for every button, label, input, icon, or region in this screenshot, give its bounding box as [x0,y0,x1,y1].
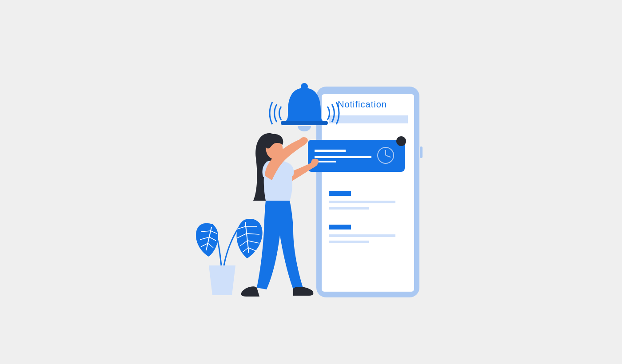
svg-rect-5 [329,225,351,229]
person-illustration [241,133,319,297]
svg-rect-9 [315,150,346,152]
svg-rect-3 [329,201,395,203]
header-bar [329,115,408,123]
screen-title: Notification [338,99,387,109]
svg-rect-4 [329,207,369,210]
svg-rect-8 [308,140,405,172]
plant-icon [196,219,263,295]
svg-rect-16 [281,121,328,125]
notification-card[interactable] [308,136,406,172]
svg-rect-7 [329,241,369,243]
phone-device: Notification [316,87,423,297]
svg-rect-2 [329,191,351,196]
svg-point-34 [268,148,272,152]
svg-rect-10 [315,156,371,158]
illustration-stage: Notification [0,0,622,364]
svg-point-35 [300,137,308,143]
svg-rect-1 [420,146,423,158]
svg-rect-6 [329,234,395,237]
notification-badge-icon [396,136,406,146]
